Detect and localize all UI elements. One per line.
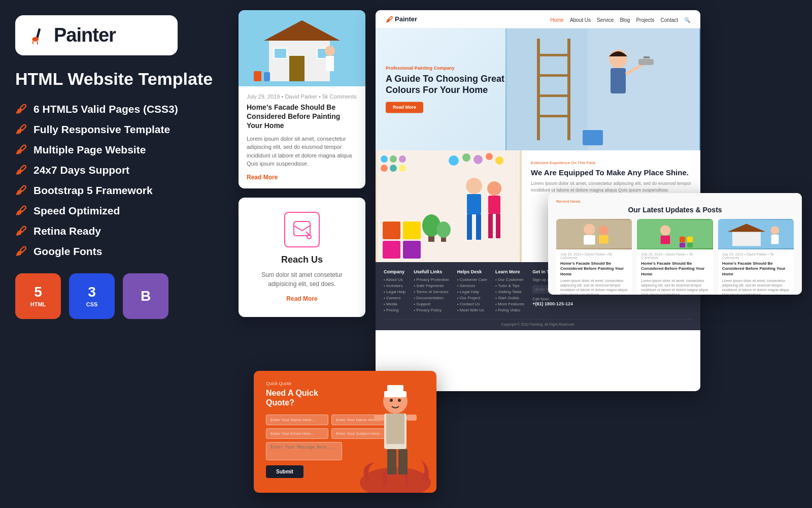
quote-worker-figure bbox=[354, 371, 436, 493]
svg-rect-46 bbox=[488, 196, 500, 214]
svg-rect-29 bbox=[638, 59, 654, 65]
quote-email-input[interactable] bbox=[266, 428, 328, 439]
blog-image-svg bbox=[239, 10, 365, 86]
quote-label: Quick Quote bbox=[266, 381, 342, 386]
svg-point-11 bbox=[325, 46, 335, 56]
svg-rect-13 bbox=[254, 71, 261, 81]
hero-title: A Guide To Choosing Great Colours For Yo… bbox=[386, 74, 532, 96]
posts-overlay-card: Recent News Our Latest Updates & Posts bbox=[548, 193, 802, 295]
footer-company-pricing: Pricing bbox=[384, 308, 405, 312]
svg-point-2 bbox=[32, 37, 39, 41]
svg-rect-80 bbox=[398, 449, 408, 474]
equip-subtitle: Extensive Experience On This Field bbox=[531, 161, 691, 165]
svg-point-57 bbox=[599, 226, 608, 235]
nav-search[interactable]: 🔍 bbox=[684, 15, 690, 24]
nav-home[interactable]: Home bbox=[550, 15, 564, 24]
css3-badge: 3 CSS bbox=[69, 273, 115, 319]
site-logo: 🖌 Painter bbox=[386, 15, 417, 23]
svg-point-50 bbox=[462, 153, 470, 162]
equip-image bbox=[376, 150, 522, 262]
feature-item-6: 🖌 Speed Optimized bbox=[15, 202, 228, 219]
dot-orange bbox=[381, 165, 388, 172]
svg-rect-12 bbox=[326, 56, 334, 71]
blog-card-read-more[interactable]: Read More bbox=[247, 174, 278, 181]
svg-rect-30 bbox=[644, 56, 650, 58]
svg-rect-64 bbox=[680, 243, 685, 247]
svg-point-55 bbox=[584, 224, 595, 235]
html5-badge-num: 5 bbox=[34, 285, 42, 299]
quote-name-row bbox=[266, 415, 342, 425]
footer-learn-title: Learn More bbox=[495, 269, 524, 274]
html5-badge: 5 HTML bbox=[15, 273, 61, 319]
nav-projects[interactable]: Projects bbox=[636, 15, 654, 24]
reach-us-card: Reach Us Sum dolor sit amet consetetur a… bbox=[239, 198, 365, 317]
footer-company-careers: Careers bbox=[384, 296, 405, 300]
right-area: July 29, 2019 • David Parker • 5k Commen… bbox=[239, 0, 812, 508]
svg-point-51 bbox=[473, 155, 483, 164]
posts-grid: July 29, 2019 • David Parker • 5k Commen… bbox=[556, 219, 794, 295]
svg-point-52 bbox=[486, 153, 493, 160]
nav-about[interactable]: About Us bbox=[570, 15, 591, 24]
feature-label-7: Retina Ready bbox=[33, 225, 101, 237]
quote-submit-btn[interactable]: Submit bbox=[266, 465, 303, 478]
svg-rect-76 bbox=[386, 414, 404, 444]
feature-label-3: Multiple Page Website bbox=[33, 144, 146, 156]
footer-phone: +(61) 1800-125-124 bbox=[532, 301, 612, 306]
feature-item-3: 🖌 Multiple Page Website bbox=[15, 141, 228, 158]
worker-svg bbox=[355, 371, 436, 493]
feature-item-5: 🖌 Bootstrap 5 Framework bbox=[15, 182, 228, 199]
html5-badge-label: HTML bbox=[30, 301, 46, 307]
quote-name-input[interactable] bbox=[266, 415, 328, 425]
site-logo-icon: 🖌 bbox=[386, 15, 393, 23]
footer-col-learn: Learn More Our Customer Tutor & Tips Vis… bbox=[495, 269, 524, 314]
footer-copyright: Copyright © 2022 Painting. All Right Res… bbox=[501, 323, 574, 326]
svg-rect-77 bbox=[374, 415, 384, 421]
template-title: HTML Website Template bbox=[15, 70, 228, 88]
svg-point-41 bbox=[466, 178, 482, 194]
post-card-1-body: July 29, 2019 • David Parker • 5k Commen… bbox=[556, 249, 632, 295]
footer-links-title: Usefull Links bbox=[414, 269, 449, 274]
feature-list: 🖌 6 HTML5 Valid Pages (CSS3) 🖌 Fully Res… bbox=[15, 101, 228, 260]
brush-icon-5: 🖌 bbox=[15, 184, 26, 197]
footer-col-company: Company About Us Investors Legal Help Ca… bbox=[384, 269, 405, 314]
svg-rect-61 bbox=[661, 236, 670, 244]
svg-rect-78 bbox=[407, 415, 417, 421]
footer-learn-video: Fixing Video bbox=[495, 308, 524, 312]
mid-column: July 29, 2019 • David Parker • 5k Commen… bbox=[239, 10, 365, 317]
footer-company-about: About Us bbox=[384, 277, 405, 282]
svg-rect-70 bbox=[771, 235, 779, 244]
bootstrap-badge: B bbox=[123, 273, 168, 319]
footer-link-support: Support bbox=[414, 302, 449, 306]
equip-title: We Are Equipped To Make Any Place Shine. bbox=[531, 168, 691, 177]
nav-contact[interactable]: Contact bbox=[661, 15, 678, 24]
svg-rect-74 bbox=[387, 385, 403, 393]
quote-message-textarea[interactable] bbox=[266, 442, 342, 460]
footer-learn-guild: Start Guilds bbox=[495, 296, 524, 300]
logo-text: Painter bbox=[54, 24, 116, 46]
feature-item-8: 🖌 Google Fonts bbox=[15, 243, 228, 260]
svg-rect-44 bbox=[476, 214, 481, 240]
feature-label-8: Google Fonts bbox=[33, 245, 102, 258]
svg-rect-35 bbox=[383, 241, 400, 259]
hero-content: Professional Painting Company A Guide To… bbox=[386, 66, 532, 113]
reach-text: Sum dolor sit amet consetetur adipisicin… bbox=[249, 270, 355, 289]
svg-rect-9 bbox=[274, 48, 287, 58]
hero-read-more-btn[interactable]: Read More bbox=[386, 102, 423, 113]
bootstrap-badge-num: B bbox=[141, 289, 151, 303]
footer-link-payments: Safe Payments bbox=[414, 283, 449, 288]
footer-learn-tutor: Tutor & Tips bbox=[495, 283, 524, 288]
footer-learn-visiting: Visiting Table bbox=[495, 290, 524, 294]
svg-rect-79 bbox=[387, 449, 396, 474]
post-3-text: Lorem ipsum dolor sit amet, consectetur … bbox=[722, 278, 790, 295]
svg-rect-25 bbox=[588, 28, 699, 150]
nav-service[interactable]: Service bbox=[597, 15, 614, 24]
hero-image-svg bbox=[505, 28, 700, 150]
reach-read-more[interactable]: Read More bbox=[286, 295, 317, 302]
post-card-2-image bbox=[637, 219, 713, 249]
footer-col-help: Helps Desk Customer Care Services Legal … bbox=[457, 269, 487, 314]
nav-blog[interactable]: Blog bbox=[620, 15, 630, 24]
post-card-3-body: July 29, 2019 • David Parker • 5k Commen… bbox=[718, 249, 794, 295]
svg-rect-22 bbox=[537, 74, 570, 77]
post-2-meta: July 29, 2019 • David Parker • 5k Commen… bbox=[641, 252, 708, 260]
footer-help-services: Services bbox=[457, 283, 487, 288]
